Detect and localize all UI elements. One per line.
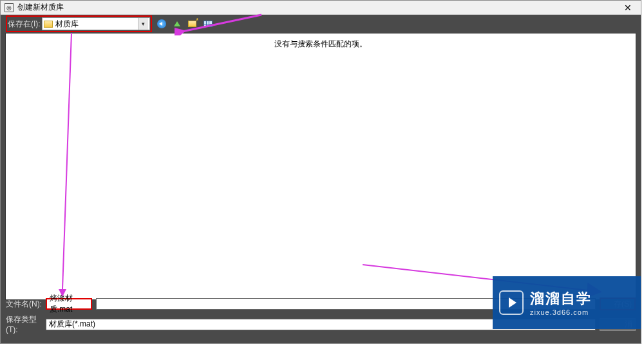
watermark-banner: 溜溜自学 zixue.3d66.com [493, 276, 641, 329]
app-icon: ◎ [5, 3, 14, 12]
back-button[interactable] [156, 18, 167, 30]
filetype-label: 保存类型(T): [6, 314, 42, 334]
watermark-brand: 溜溜自学 [530, 289, 592, 308]
save-dialog: ◎ 创建新材质库 ✕ 保存在(I): 材质库 ▾ 没有与搜索条件匹配的项。 文件… [0, 0, 641, 344]
save-in-dropdown[interactable]: 材质库 ▾ [42, 17, 150, 30]
up-one-level-button[interactable] [171, 18, 183, 30]
close-button[interactable]: ✕ [619, 2, 637, 14]
up-arrow-icon [174, 21, 180, 26]
toolbar: 保存在(I): 材质库 ▾ [1, 15, 641, 33]
empty-results-text: 没有与搜索条件匹配的项。 [6, 33, 636, 50]
filetype-value: 材质库(*.mat) [49, 319, 95, 330]
filename-label: 文件名(N): [6, 299, 42, 310]
folder-icon [44, 21, 53, 28]
views-icon [204, 21, 213, 27]
save-in-label: 保存在(I): [8, 19, 41, 30]
filename-value: 烤漆材质.mat [50, 293, 88, 315]
dialog-title: 创建新材质库 [17, 2, 619, 13]
watermark-text: 溜溜自学 zixue.3d66.com [530, 289, 592, 316]
new-folder-icon [188, 21, 196, 27]
save-in-value: 材质库 [55, 19, 138, 30]
file-list-area[interactable]: 没有与搜索条件匹配的项。 [5, 33, 636, 300]
titlebar: ◎ 创建新材质库 ✕ [1, 1, 641, 15]
views-button[interactable] [202, 18, 214, 30]
watermark-url: zixue.3d66.com [530, 308, 592, 316]
play-icon [499, 290, 524, 315]
filename-input[interactable]: 烤漆材质.mat [46, 298, 92, 310]
new-folder-button[interactable] [187, 18, 198, 30]
chevron-down-icon[interactable]: ▾ [138, 18, 148, 30]
back-icon [157, 19, 166, 28]
annotation-box-location: 保存在(I): 材质库 ▾ [6, 15, 152, 32]
